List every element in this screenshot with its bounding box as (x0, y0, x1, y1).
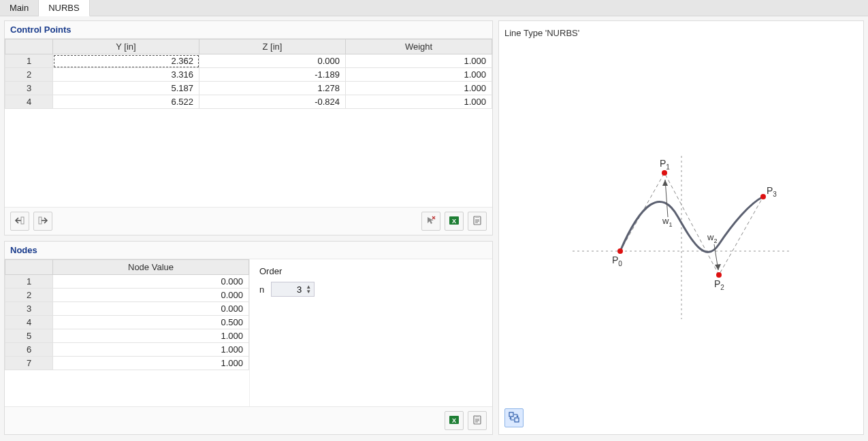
table-row: 46.522-0.8241.000 (5, 95, 492, 109)
order-block: Order n ▲ ▼ (250, 259, 324, 406)
swap-icon (509, 412, 519, 425)
nurbs-diagram-icon: P0 P1 P2 P3 w1 w2 (559, 122, 804, 326)
import-left-button[interactable] (10, 212, 29, 231)
svg-text:X: X (452, 218, 456, 225)
clipboard-button[interactable] (468, 411, 487, 430)
svg-marker-29 (509, 417, 512, 419)
col-w: Weight (346, 39, 492, 54)
col-node-value: Node Value (53, 260, 249, 275)
table-row: 71.000 (5, 357, 249, 370)
svg-point-18 (716, 272, 722, 278)
tabbar: Main NURBS (0, 0, 868, 16)
excel-export-button[interactable]: X (445, 411, 464, 430)
export-right-button[interactable] (33, 212, 52, 231)
table-row: 51.000 (5, 329, 249, 343)
svg-rect-26 (509, 412, 513, 416)
svg-text:X: X (452, 417, 456, 424)
table-row: 30.000 (5, 302, 249, 316)
svg-point-16 (617, 248, 623, 254)
svg-text:P3: P3 (767, 185, 777, 198)
svg-marker-13 (662, 180, 668, 186)
svg-rect-27 (515, 418, 519, 422)
spin-down-icon[interactable]: ▼ (304, 289, 312, 294)
order-label: Order (259, 266, 315, 276)
cursor-cancel-icon (425, 215, 436, 228)
clipboard-button[interactable] (468, 212, 487, 231)
preview-canvas: P0 P1 P2 P3 w1 w2 (503, 42, 859, 406)
svg-rect-1 (39, 217, 42, 224)
col-rownum (5, 39, 53, 54)
arrow-left-icon (14, 215, 25, 228)
svg-marker-28 (516, 416, 519, 417)
excel-icon: X (449, 215, 460, 228)
col-y: Y [in] (53, 39, 199, 54)
table-row: 12.3620.0001.000 (5, 54, 492, 68)
col-rownum (5, 260, 53, 275)
control-points-title: Control Points (5, 21, 492, 39)
excel-export-button[interactable]: X (445, 212, 464, 231)
col-z: Z [in] (199, 39, 346, 54)
order-spinner[interactable]: ▲ ▼ (271, 282, 315, 297)
svg-rect-9 (475, 415, 479, 417)
svg-text:P2: P2 (714, 278, 724, 291)
svg-text:w1: w1 (662, 216, 672, 228)
preview-panel: Line Type 'NURBS' (498, 20, 864, 435)
nodes-panel: Nodes Node Value 10.000 20.000 30.000 (4, 241, 493, 435)
preview-title: Line Type 'NURBS' (503, 25, 859, 42)
svg-rect-5 (475, 216, 479, 218)
table-row: 35.1871.2781.000 (5, 82, 492, 95)
svg-point-17 (662, 170, 667, 176)
clipboard-icon (472, 414, 483, 427)
order-prefix: n (259, 284, 264, 295)
svg-rect-0 (21, 217, 24, 224)
svg-point-19 (760, 194, 766, 199)
table-row: 61.000 (5, 343, 249, 357)
table-row: 23.316-1.1891.000 (5, 68, 492, 82)
tab-main[interactable]: Main (0, 0, 39, 16)
svg-text:P1: P1 (660, 158, 670, 171)
view-swap-button[interactable] (504, 408, 524, 427)
control-points-table[interactable]: Y [in] Z [in] Weight 12.3620.0001.000 23… (5, 39, 492, 109)
table-row: 20.000 (5, 289, 249, 302)
pick-tool-button[interactable] (421, 212, 440, 231)
arrow-right-icon (37, 215, 48, 228)
nodes-table[interactable]: Node Value 10.000 20.000 30.000 40.500 5… (5, 259, 249, 370)
table-row: 10.000 (5, 275, 249, 289)
excel-icon: X (449, 414, 460, 427)
tab-nurbs[interactable]: NURBS (39, 0, 90, 16)
svg-text:w2: w2 (707, 232, 717, 244)
table-row: 40.500 (5, 316, 249, 329)
nodes-title: Nodes (5, 242, 492, 259)
svg-text:P0: P0 (612, 255, 622, 267)
order-input[interactable] (277, 284, 303, 295)
control-points-panel: Control Points Y [in] Z [in] Weight 12.3… (4, 20, 493, 235)
clipboard-icon (472, 215, 483, 228)
